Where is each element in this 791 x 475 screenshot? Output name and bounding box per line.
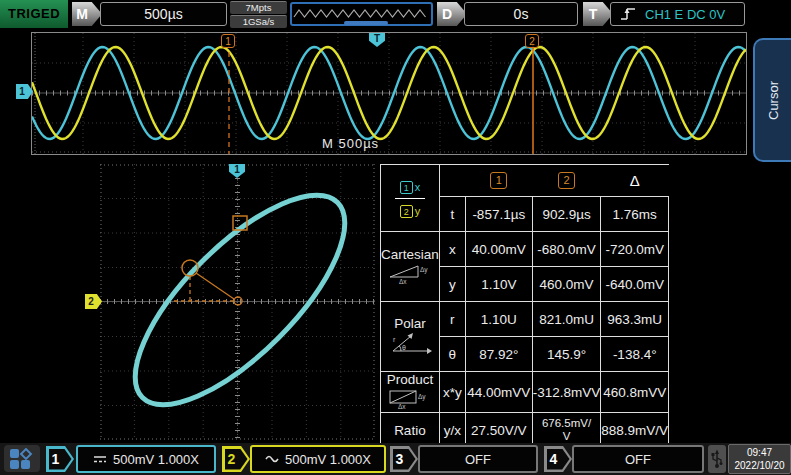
d-delay-badge[interactable]: D [437,2,467,26]
group-polar: Polar r θ [381,302,440,372]
m-timebase-badge[interactable]: M [72,2,102,26]
cursor2-handle[interactable]: 2 [525,34,539,48]
ac-coupling-icon [265,454,279,464]
svg-text:Δy: Δy [418,393,426,401]
svg-text:Δx: Δx [398,403,406,409]
cursor-menu-tab[interactable]: Cursor [753,38,791,162]
usb-indicator [708,445,726,473]
trigger-settings-box[interactable]: CH1 E DC 0V [610,2,745,26]
trigger-status-badge: TRIGED [0,0,68,28]
product-icon: Δy Δx [387,387,433,409]
ch1-settings-text: 500mV 1.000X [113,452,199,467]
header-var-spacer [439,165,465,197]
ch1-badge[interactable]: 1 [46,446,74,472]
table-row-product: Product Δy Δx x*y44.00mVV -312.8mVV460.8… [381,372,669,413]
oscilloscope-screen: TRIGED M 500µs 7Mpts 1GSa/s D 0s T CH1 E… [0,0,791,475]
table-row-x: Cartesian Δy Δx x40.00mV -680.0mV-720.0m… [381,232,669,267]
apps-icon [8,448,36,470]
cartesian-icon: Δy Δx [387,262,433,284]
cursor-measurement-table: 1x 2y 1 2 Δ t-857.1µs 902.9µs1.76ms Cart… [380,164,669,448]
ch3-settings-text: OFF [465,452,491,467]
svg-text:r: r [393,336,396,343]
cursor-tab-label: Cursor [766,80,781,119]
trigger-settings-text: CH1 E DC 0V [645,7,725,22]
xy-canvas [100,164,375,440]
ch4-settings-text: OFF [625,452,651,467]
svg-text:Δx: Δx [399,277,407,284]
ch4-settings[interactable]: OFF [572,445,704,473]
time-text: 09:47 [729,447,790,460]
memory-depth: 7Mpts [230,1,287,14]
svg-text:Δy: Δy [420,266,428,274]
ch2-settings[interactable]: 500mV 1.000X [250,445,386,473]
table-row-r: Polar r θ r1.10U 821.0mU963.3mU [381,302,669,337]
cursor1-handle[interactable]: 1 [221,34,235,48]
waveform-canvas [32,33,746,154]
ch1-settings[interactable]: 500mV 1.000X [76,445,216,473]
apps-menu-button[interactable] [4,445,40,472]
delay-value[interactable]: 0s [464,2,578,26]
preview-window-notch[interactable] [344,21,388,25]
table-corner-cell: 1x 2y [381,165,440,232]
header-cursor1: 1 [465,165,532,197]
xy-display [100,164,375,440]
acquisition-preview-strip[interactable] [290,2,433,26]
clock-display: 09:47 2022/10/20 [728,444,791,474]
ch2-badge[interactable]: 2 [222,446,250,472]
timebase-value[interactable]: 500µs [100,2,227,26]
rising-edge-icon [619,6,637,22]
waveform-display [31,32,747,155]
t-trigger-badge[interactable]: T [583,2,613,26]
header-delta: Δ [601,165,669,197]
ch4-badge[interactable]: 4 [544,446,572,472]
polar-icon: r θ [387,331,433,355]
ch3-badge[interactable]: 3 [390,446,418,472]
header-cursor2: 2 [532,165,601,197]
timebase-readout: M 500µs [322,136,379,151]
ch3-settings[interactable]: OFF [418,445,538,473]
svg-text:θ: θ [402,343,406,350]
ch2-settings-text: 500mV 1.000X [285,452,371,467]
dc-coupling-icon [93,454,107,464]
sample-rate: 1GSa/s [230,15,287,28]
usb-icon [711,448,723,470]
group-cartesian: Cartesian Δy Δx [381,232,440,302]
date-text: 2022/10/20 [729,460,790,473]
group-product: Product Δy Δx [381,372,440,413]
